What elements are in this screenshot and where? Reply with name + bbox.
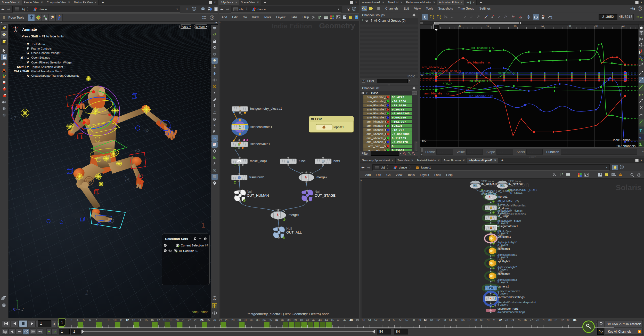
svg-text:37: 37	[281, 318, 284, 322]
svg-text:1: 1	[61, 320, 63, 325]
svg-text:°F: °F	[639, 136, 642, 139]
svg-text:cog_ry: cog_ry	[443, 82, 452, 85]
svg-text:15: 15	[144, 318, 148, 322]
svg-text:76: 76	[524, 318, 527, 322]
svg-text:30: 30	[238, 318, 241, 322]
svg-text:18: 18	[163, 318, 166, 322]
svg-text:1: 1	[435, 25, 437, 29]
svg-text:10: 10	[113, 318, 116, 322]
svg-text:60: 60	[424, 318, 427, 322]
svg-text:77: 77	[530, 318, 533, 322]
svg-text:36: 36	[275, 318, 278, 322]
svg-text:leg_ikhandle_neck_01_r: leg_ikhandle_neck_01_r	[459, 71, 491, 74]
svg-text:x: x	[23, 307, 24, 310]
svg-text:karmarendersettings: karmarendersettings	[498, 295, 525, 299]
svg-text:84: 84	[573, 318, 577, 322]
svg-text:9: 9	[108, 318, 109, 322]
svg-text:12: 12	[486, 25, 490, 28]
svg-text:65: 65	[455, 318, 458, 322]
svg-text:44: 44	[325, 318, 328, 322]
svg-text:camera1: camera1	[498, 285, 509, 288]
svg-text:20: 20	[175, 318, 178, 322]
svg-text:13: 13	[132, 318, 135, 322]
svg-text:51: 51	[368, 318, 371, 322]
svg-text:67: 67	[468, 318, 471, 322]
svg-text:Null: Null	[286, 227, 292, 230]
svg-text:49: 49	[356, 318, 359, 322]
svg-text:57: 57	[405, 318, 409, 322]
svg-text:OUT_ALL: OUT_ALL	[286, 230, 302, 234]
svg-text:48: 48	[349, 318, 353, 322]
svg-text:8: 8	[102, 318, 103, 322]
svg-text:27: 27	[219, 318, 222, 322]
svg-text:34: 34	[263, 318, 266, 322]
svg-text:z: z	[13, 308, 15, 310]
svg-text:assignmaterial1: assignmaterial1	[497, 225, 518, 228]
svg-text:i: i	[214, 297, 215, 299]
svg-text:y: y	[17, 299, 18, 302]
svg-text:SOP Import: SOP Import	[508, 180, 523, 183]
svg-text:46: 46	[337, 318, 340, 322]
svg-text:spotlight1: spotlight1	[498, 247, 510, 250]
svg-text:arm_ikhandle: arm_ikhandle	[425, 72, 442, 75]
svg-text:lopnet1: lopnet1	[333, 125, 344, 129]
svg-text:52: 52	[374, 318, 377, 322]
svg-text:4: 4	[77, 318, 78, 322]
svg-text:Null: Null	[315, 190, 320, 194]
svg-text:IN_HUMAN: IN_HUMAN	[481, 183, 497, 186]
svg-text:{: {	[639, 50, 640, 54]
svg-text:3 Layers: 3 Layers	[498, 221, 508, 225]
svg-text:tx: tx	[639, 93, 641, 96]
svg-text:64: 64	[449, 318, 452, 322]
svg-text:box1: box1	[333, 159, 340, 163]
svg-text:5 Layers: 5 Layers	[498, 303, 508, 306]
svg-text:1: 1	[201, 221, 206, 229]
svg-text:24: 24	[541, 25, 544, 28]
svg-text:71: 71	[492, 318, 495, 322]
svg-text:30: 30	[568, 25, 571, 28]
svg-text:leg_ikhandle_l_rx: leg_ikhandle_l_rx	[467, 61, 491, 64]
svg-text:usdrender_rop1: usdrender_rop1	[498, 307, 518, 310]
svg-text:Null: Null	[247, 190, 252, 194]
svg-text:arm_ik: arm_ik	[423, 77, 433, 80]
svg-text:24: 24	[200, 318, 204, 322]
svg-text:M_Stage: M_Stage	[498, 214, 509, 218]
svg-text:41: 41	[306, 318, 309, 322]
svg-text:-500: -500	[421, 139, 426, 142]
svg-text:arm_ikhandle_l_rx: arm_ikhandle_l_rx	[422, 66, 446, 69]
svg-text:43: 43	[319, 318, 322, 322]
svg-text:53: 53	[381, 318, 384, 322]
svg-text:leg_ikhandle_l_ry: leg_ikhandle_l_ry	[469, 79, 492, 82]
svg-text:23: 23	[194, 318, 197, 322]
svg-text:3 Layers: 3 Layers	[498, 281, 508, 284]
svg-text:/Render/rendersettings: /Render/rendersettings	[498, 310, 525, 314]
svg-text:6: 6	[459, 25, 461, 28]
svg-text:35: 35	[269, 318, 272, 322]
svg-text:leg_ikhandle_r_rx: leg_ikhandle_r_rx	[469, 94, 493, 98]
svg-text:21: 21	[182, 318, 185, 322]
svg-text:29: 29	[231, 318, 234, 322]
svg-text:14: 14	[138, 318, 141, 322]
svg-text:55: 55	[393, 318, 396, 322]
svg-text:pointlight1: pointlight1	[498, 235, 511, 238]
svg-text:75: 75	[517, 318, 520, 322]
svg-text:40: 40	[300, 318, 303, 322]
svg-text:1: 1	[84, 288, 89, 297]
svg-text:50: 50	[362, 318, 365, 322]
svg-text:25: 25	[207, 318, 210, 322]
svg-text:testgeometry_electra1: testgeometry_electra1	[250, 107, 282, 110]
svg-text:IN_STAGE: IN_STAGE	[508, 183, 523, 186]
svg-text:OUT_STAGE: OUT_STAGE	[315, 194, 336, 197]
svg-text:79: 79	[542, 318, 545, 322]
svg-text:72: 72	[499, 318, 502, 322]
svg-text:81: 81	[555, 318, 558, 322]
svg-text:78: 78	[536, 318, 539, 322]
svg-text:/IN_HUMAN: /IN_HUMAN	[481, 192, 496, 195]
svg-text:spotlight2: spotlight2	[498, 260, 510, 263]
svg-text:T: T	[640, 129, 642, 133]
svg-text:-3: -3	[142, 126, 150, 134]
svg-text:62: 62	[436, 318, 439, 322]
svg-text:12: 12	[126, 318, 129, 322]
svg-text:Indie Edition: Indie Edition	[613, 138, 631, 142]
svg-text:19: 19	[169, 318, 172, 322]
